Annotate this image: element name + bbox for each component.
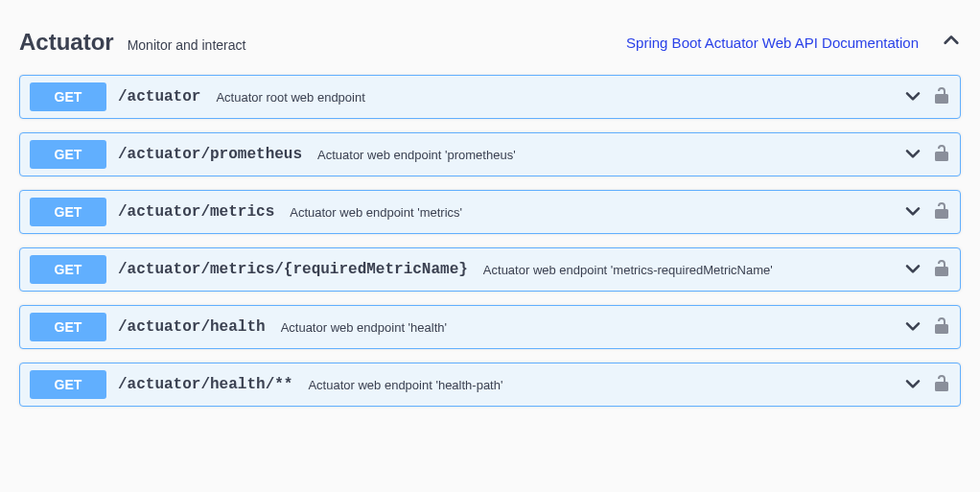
endpoint-description: Actuator web endpoint 'health-path' <box>304 378 893 392</box>
endpoint-actions <box>904 261 950 278</box>
http-method-badge: GET <box>30 198 106 226</box>
auth-lock-button[interactable] <box>933 318 950 336</box>
endpoint-row[interactable]: GET /actuator Actuator root web endpoint <box>19 75 961 119</box>
endpoint-path: /actuator/health/** <box>118 376 292 393</box>
endpoint-row[interactable]: GET /actuator/health/** Actuator web end… <box>19 363 961 407</box>
lock-open-icon <box>935 144 948 165</box>
chevron-down-icon <box>904 88 922 105</box>
auth-lock-button[interactable] <box>933 376 950 393</box>
endpoint-description: Actuator web endpoint 'health' <box>277 320 893 335</box>
section-header: Actuator Monitor and interact Spring Boo… <box>19 19 961 75</box>
endpoint-actions <box>904 203 950 221</box>
lock-open-icon <box>935 259 948 280</box>
chevron-down-icon <box>904 376 922 393</box>
endpoint-actions <box>904 376 950 393</box>
section-header-left: Actuator Monitor and interact <box>19 29 245 56</box>
endpoint-path: /actuator/metrics/{requiredMetricName} <box>118 261 468 278</box>
docs-link[interactable]: Spring Boot Actuator Web API Documentati… <box>626 35 919 51</box>
endpoint-path: /actuator/metrics <box>118 203 274 221</box>
expand-toggle[interactable] <box>904 261 922 278</box>
expand-toggle[interactable] <box>904 376 922 393</box>
lock-open-icon <box>935 86 948 107</box>
chevron-down-icon <box>904 203 922 221</box>
endpoint-row[interactable]: GET /actuator/metrics/{requiredMetricNam… <box>19 247 961 292</box>
http-method-badge: GET <box>30 82 106 111</box>
section-header-right: Spring Boot Actuator Web API Documentati… <box>626 33 961 52</box>
chevron-down-icon <box>904 318 922 336</box>
lock-open-icon <box>935 201 948 223</box>
endpoint-actions <box>904 318 950 336</box>
expand-toggle[interactable] <box>904 318 922 336</box>
http-method-badge: GET <box>30 140 106 169</box>
lock-open-icon <box>935 316 948 338</box>
auth-lock-button[interactable] <box>933 261 950 278</box>
endpoint-path: /actuator/health <box>118 318 266 336</box>
http-method-badge: GET <box>30 313 106 341</box>
endpoint-row[interactable]: GET /actuator/metrics Actuator web endpo… <box>19 190 961 234</box>
expand-toggle[interactable] <box>904 146 922 163</box>
section-title: Actuator <box>19 29 114 56</box>
auth-lock-button[interactable] <box>933 203 950 221</box>
section-subtitle: Monitor and interact <box>128 37 246 53</box>
endpoints-list: GET /actuator Actuator root web endpoint… <box>19 75 961 407</box>
endpoint-actions <box>904 88 950 105</box>
auth-lock-button[interactable] <box>933 146 950 163</box>
endpoint-description: Actuator root web endpoint <box>212 90 893 105</box>
endpoint-description: Actuator web endpoint 'prometheus' <box>314 148 893 162</box>
expand-toggle[interactable] <box>904 203 922 221</box>
endpoint-path: /actuator <box>118 88 200 105</box>
endpoint-description: Actuator web endpoint 'metrics-requiredM… <box>479 263 893 277</box>
lock-open-icon <box>935 374 948 395</box>
chevron-down-icon <box>904 146 922 163</box>
endpoint-row[interactable]: GET /actuator/health Actuator web endpoi… <box>19 305 961 349</box>
chevron-up-icon <box>943 32 960 53</box>
http-method-badge: GET <box>30 255 106 284</box>
endpoint-path: /actuator/prometheus <box>118 146 302 163</box>
chevron-down-icon <box>904 261 922 278</box>
auth-lock-button[interactable] <box>933 88 950 105</box>
expand-toggle[interactable] <box>904 88 922 105</box>
section-collapse-toggle[interactable] <box>942 33 961 52</box>
endpoint-description: Actuator web endpoint 'metrics' <box>286 205 893 220</box>
endpoint-row[interactable]: GET /actuator/prometheus Actuator web en… <box>19 132 961 176</box>
endpoint-actions <box>904 146 950 163</box>
http-method-badge: GET <box>30 370 106 399</box>
